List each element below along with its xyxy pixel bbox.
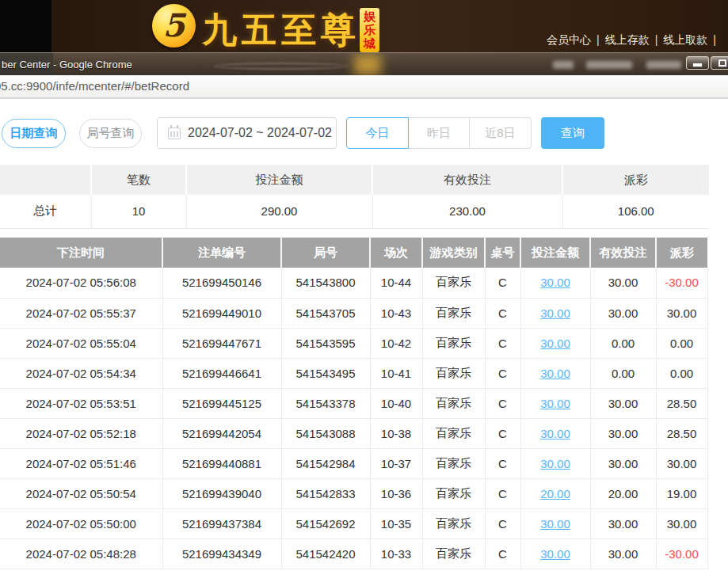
date-query-tab[interactable]: 日期查询 [2,119,66,148]
bet-payout: 30.00 [656,448,707,478]
bet-amount-cell: 20.00 [520,478,590,508]
bet-amount-cell: 30.00 [520,388,590,418]
blurred-badge-glow [354,54,381,75]
bet-table-row: 2024-07-02 05:55:37 521699449010 5415437… [0,298,707,328]
blurred-text [646,61,681,69]
nav-separator: | [707,33,722,46]
address-bar[interactable]: 05.cc:9900/infe/mcenter/#/betRecord [0,75,728,99]
bet-game-type: 百家乐 [422,538,485,569]
bet-table-code: C [485,508,520,538]
bet-table-row: 2024-07-02 05:56:08 521699450146 5415438… [0,268,707,298]
bet-valid-amount: 30.00 [590,508,656,538]
maximize-button[interactable] [711,56,728,70]
summary-header-count: 笔数 [91,165,186,195]
summary-count: 10 [91,195,186,228]
bet-table-code: C [485,538,520,569]
banner-nav-link[interactable]: 线上取款 [663,33,707,46]
bet-time: 2024-07-02 05:55:37 [0,298,162,328]
bet-record-table: 下注时间 注单编号 局号 场次 游戏类别 桌号 投注金额 有效投注 派彩 202… [0,238,708,569]
bet-payout: 30.00 [656,298,707,328]
bet-session: 10-41 [370,358,422,388]
summary-header-valid-bet: 有效投注 [372,165,562,195]
summary-valid-bet: 230.00 [372,195,562,228]
round-query-tab[interactable]: 局号查询 [79,119,142,148]
bet-time: 2024-07-02 05:54:34 [0,358,162,388]
banner-swirl-decoration [214,63,349,70]
logo-numeral: 5 [163,6,185,44]
bet-header-table: 桌号 [485,238,520,268]
bet-round: 541543800 [281,268,370,298]
badge-char: 娱 [360,10,379,23]
bet-round: 541543378 [281,388,370,418]
bet-payout: 30.00 [656,508,707,538]
bet-valid-amount: 30.00 [590,538,656,569]
bet-round: 541542984 [281,448,370,478]
bet-header-payout: 派彩 [656,238,707,268]
bet-round: 541543495 [281,358,370,388]
bet-valid-amount: 0.00 [590,328,656,358]
bet-header-time: 下注时间 [0,238,162,268]
bet-game-type: 百家乐 [422,508,485,538]
quick-last8days-button[interactable]: 近8日 [469,117,532,149]
bet-amount-cell: 30.00 [520,298,590,328]
bet-table-code: C [485,358,520,388]
bet-session: 10-42 [370,328,422,358]
bet-amount-link[interactable]: 30.00 [540,457,570,470]
date-range-input[interactable]: 2024-07-02 ~ 2024-07-02 [157,117,337,149]
date-range-value: 2024-07-02 ~ 2024-07-02 [188,126,332,140]
blurred-text [553,61,574,69]
bet-payout: 28.50 [656,388,707,418]
bet-game-type: 百家乐 [422,298,485,328]
bet-time: 2024-07-02 05:48:28 [0,538,162,569]
bet-session: 10-43 [370,298,422,328]
bet-amount-link[interactable]: 30.00 [540,276,570,289]
bet-header-bet-id: 注单编号 [162,238,281,268]
bet-table-code: C [485,478,520,508]
minimize-button[interactable] [686,56,709,70]
nav-separator: | [591,33,605,46]
bet-amount-link[interactable]: 20.00 [540,487,570,500]
bet-id: 521699434349 [162,538,281,569]
bet-table-code: C [485,298,520,328]
bet-amount-link[interactable]: 30.00 [540,306,570,320]
bet-header-amount: 投注金额 [520,238,590,268]
bet-amount-link[interactable]: 30.00 [540,517,570,531]
banner-nav-link[interactable]: 会员中心 [547,33,591,46]
bet-amount-link[interactable]: 30.00 [540,337,570,350]
search-button[interactable]: 查询 [541,117,604,149]
bet-payout: -30.00 [656,268,707,298]
bet-valid-amount: 0.00 [590,358,656,388]
bet-time: 2024-07-02 05:51:46 [0,448,162,478]
bet-session: 10-35 [370,508,422,538]
blurred-text [586,61,632,69]
badge-char: 城 [360,36,379,50]
site-banner: 5 九五至尊 娱 乐 城 会员中心|线上存款|线上取款| [0,0,728,52]
bet-payout: 0.00 [656,328,707,358]
summary-header-payout: 派彩 [562,165,709,195]
bet-game-type: 百家乐 [422,328,485,358]
bet-id: 521699447671 [162,328,281,358]
bet-header-row: 下注时间 注单编号 局号 场次 游戏类别 桌号 投注金额 有效投注 派彩 [0,238,707,268]
nav-separator: | [650,33,664,46]
maximize-icon [718,59,726,67]
summary-payout: 106.00 [562,195,709,228]
bet-table-code: C [485,328,520,358]
bet-amount-cell: 30.00 [520,328,590,358]
bet-payout: 19.00 [656,478,707,508]
bet-amount-link[interactable]: 30.00 [540,367,570,380]
bet-time: 2024-07-02 05:56:08 [0,268,162,298]
bet-amount-link[interactable]: 30.00 [540,547,570,561]
bet-session: 10-36 [370,478,422,508]
screen: 5 九五至尊 娱 乐 城 会员中心|线上存款|线上取款| ber Center … [0,0,728,586]
bet-round: 541542833 [281,478,370,508]
bet-time: 2024-07-02 05:50:00 [0,508,162,538]
bet-amount-link[interactable]: 30.00 [540,397,570,410]
quick-yesterday-button[interactable]: 昨日 [408,117,470,149]
bet-time: 2024-07-02 05:53:51 [0,388,162,418]
bet-round: 541543705 [281,298,370,328]
bet-game-type: 百家乐 [422,418,485,448]
banner-nav-link[interactable]: 线上存款 [605,33,650,46]
bet-session: 10-33 [370,538,422,569]
quick-today-button[interactable]: 今日 [346,117,409,149]
bet-amount-link[interactable]: 30.00 [540,427,570,440]
